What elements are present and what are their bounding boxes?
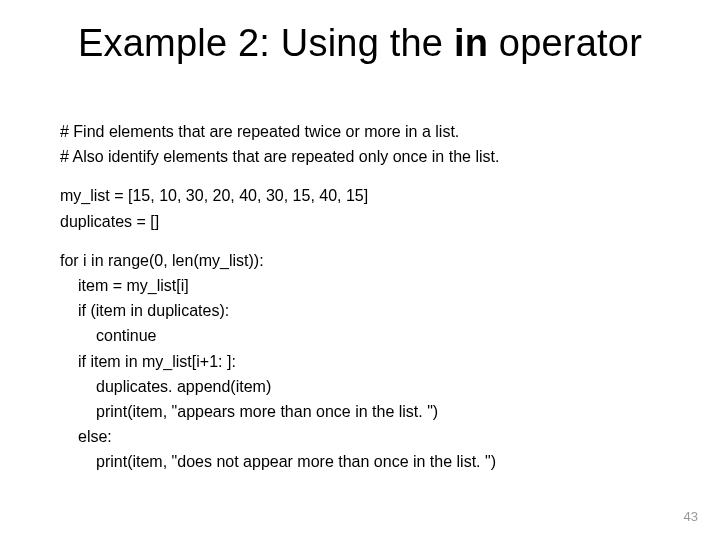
code-line: if item in my_list[i+1: ]: xyxy=(60,350,660,373)
code-line: if (item in duplicates): xyxy=(60,299,660,322)
title-prefix: Example 2: Using the xyxy=(78,22,454,64)
code-line: for i in range(0, len(my_list)): xyxy=(60,249,660,272)
code-line: item = my_list[i] xyxy=(60,274,660,297)
code-line: print(item, "appears more than once in t… xyxy=(60,400,660,423)
comment-line: # Find elements that are repeated twice … xyxy=(60,120,660,143)
code-line: duplicates. append(item) xyxy=(60,375,660,398)
code-line: else: xyxy=(60,425,660,448)
title-keyword: in xyxy=(454,22,488,64)
title-suffix: operator xyxy=(488,22,642,64)
code-body: # Find elements that are repeated twice … xyxy=(60,120,660,475)
code-line: print(item, "does not appear more than o… xyxy=(60,450,660,473)
code-line: my_list = [15, 10, 30, 20, 40, 30, 15, 4… xyxy=(60,184,660,207)
code-line: continue xyxy=(60,324,660,347)
code-line: duplicates = [] xyxy=(60,210,660,233)
comment-line: # Also identify elements that are repeat… xyxy=(60,145,660,168)
slide-title: Example 2: Using the in operator xyxy=(0,22,720,65)
slide: Example 2: Using the in operator # Find … xyxy=(0,0,720,540)
page-number: 43 xyxy=(684,509,698,524)
